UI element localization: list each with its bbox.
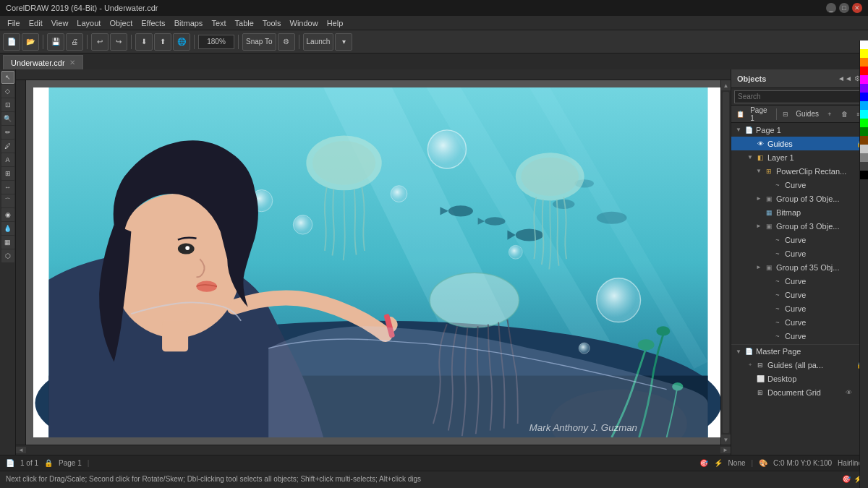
menu-effects[interactable]: Effects (137, 17, 169, 29)
tree-item-powerclip[interactable]: ▼ ⊞ PowerClip Rectan... (731, 164, 868, 178)
color-green[interactable] (860, 119, 868, 127)
tree-item-group35obj[interactable]: ► ▣ Group of 35 Obj... (731, 260, 868, 274)
dimension-tool[interactable]: ↔ (1, 181, 14, 194)
snap-settings-button[interactable]: ⚙ (278, 33, 295, 51)
zoom-tool[interactable]: 🔍 (1, 112, 14, 125)
tree-arrow-powerclip[interactable]: ▼ (754, 167, 763, 176)
tree-item-guides[interactable]: 👁 Guides 🔒 (731, 137, 868, 150)
shape-tool[interactable]: ◇ (1, 85, 14, 98)
connector-tool[interactable]: ⌒ (1, 194, 14, 207)
tree-item-desktop[interactable]: ⬜ Desktop (731, 372, 868, 385)
menu-layout[interactable]: Layout (72, 17, 105, 29)
color-gray[interactable] (860, 153, 868, 162)
menu-window[interactable]: Window (286, 17, 323, 29)
snap-to-button[interactable]: Snap To (242, 33, 276, 51)
pen-tool[interactable]: 🖊 (1, 140, 14, 153)
menu-tools[interactable]: Tools (258, 17, 286, 29)
color-magenta[interactable] (860, 75, 868, 84)
color-palette-strip[interactable] (859, 40, 868, 488)
tree-item-curve8[interactable]: ~ Curve (731, 329, 868, 343)
select-tool[interactable]: ↖ (1, 71, 14, 84)
tree-arrow-group35obj[interactable]: ► (754, 263, 763, 272)
tree-item-curve6[interactable]: ~ Curve (731, 301, 868, 315)
import-button[interactable]: ⬇ (135, 33, 153, 51)
tree-item-curve4[interactable]: ~ Curve (731, 274, 868, 288)
color-yellow[interactable] (860, 49, 868, 58)
crop-tool[interactable]: ⊡ (1, 98, 14, 111)
objects-search-input[interactable] (734, 90, 865, 103)
file-tab[interactable]: Underwater.cdr ✕ (3, 55, 83, 69)
vscroll-thumb[interactable] (723, 92, 729, 433)
menu-bitmaps[interactable]: Bitmaps (170, 17, 208, 29)
color-orange[interactable] (860, 58, 868, 67)
menu-text[interactable]: Text (207, 17, 230, 29)
export-button[interactable]: ⬆ (154, 33, 171, 51)
tree-item-page1[interactable]: ▼ 📄 Page 1 (731, 123, 868, 137)
tree-arrow-group3obj1[interactable]: ► (754, 194, 763, 203)
launch-button[interactable]: Launch (303, 33, 334, 51)
tree-arrow-group3obj2[interactable]: ► (754, 222, 763, 231)
tree-item-docgrid[interactable]: ⊞ Document Grid 👁 | (731, 385, 868, 399)
color-cyan[interactable] (860, 110, 868, 119)
delete-layer-button[interactable]: 🗑 (838, 108, 851, 121)
new-layer-button[interactable]: + (823, 108, 836, 121)
tree-item-curve5[interactable]: ~ Curve (731, 288, 868, 301)
launch-dropdown[interactable]: ▾ (335, 33, 352, 51)
tab-close-button[interactable]: ✕ (69, 59, 75, 67)
vertical-scrollbar[interactable]: ▲ ▼ (720, 80, 731, 445)
table-tool[interactable]: ⊞ (1, 167, 14, 180)
menu-file[interactable]: File (3, 17, 25, 29)
open-button[interactable]: 📂 (22, 33, 39, 51)
color-dark-gray[interactable] (860, 162, 868, 171)
color-blue[interactable] (860, 93, 868, 101)
fill-tool[interactable]: ◉ (1, 208, 14, 221)
artwork-canvas[interactable]: Mark Anthony J. Guzman (33, 87, 723, 437)
panel-left-arrow[interactable]: ◄◄ (840, 74, 850, 84)
vscroll-up-button[interactable]: ▲ (721, 80, 731, 90)
publish-button[interactable]: 🌐 (173, 33, 190, 51)
blend-tool[interactable]: ⬡ (1, 249, 14, 262)
freehand-tool[interactable]: ✏ (1, 126, 14, 139)
save-button[interactable]: 💾 (47, 33, 64, 51)
print-button[interactable]: 🖨 (66, 33, 83, 51)
tree-item-masterpage[interactable]: ▼ 📄 Master Page (731, 344, 868, 358)
maximize-button[interactable]: □ (839, 3, 849, 13)
vscroll-down-button[interactable]: ▼ (721, 435, 731, 445)
hscroll-right-button[interactable]: ► (720, 447, 731, 453)
tree-item-group3obj2[interactable]: ► ▣ Group of 3 Obje... (731, 219, 868, 233)
color-dark-green[interactable] (860, 127, 868, 136)
tree-item-curve2[interactable]: ~ Curve (731, 233, 868, 247)
canvas-viewport[interactable]: Mark Anthony J. Guzman ▲ ▼ (26, 80, 731, 445)
menu-edit[interactable]: Edit (25, 17, 47, 29)
color-brown[interactable] (860, 136, 868, 145)
menu-object[interactable]: Object (105, 17, 137, 29)
tree-item-curve1[interactable]: ~ Curve (731, 178, 868, 192)
tree-arrow-masterpage[interactable]: ▼ (734, 347, 743, 356)
menu-view[interactable]: View (47, 17, 73, 29)
tree-item-layer1[interactable]: ▼ ◧ Layer 1 (731, 150, 868, 164)
menu-help[interactable]: Help (323, 17, 348, 29)
menu-table[interactable]: Table (231, 17, 258, 29)
tree-item-bitmap[interactable]: ▦ Bitmap (731, 205, 868, 219)
color-black[interactable] (860, 171, 868, 179)
color-cyan-blue[interactable] (860, 101, 868, 110)
zoom-input[interactable] (198, 35, 234, 49)
window-controls[interactable]: _ □ ✕ (826, 3, 862, 13)
undo-button[interactable]: ↩ (91, 33, 109, 51)
tree-arrow-page1[interactable]: ▼ (734, 126, 743, 134)
tree-item-curve7[interactable]: ~ Curve (731, 315, 868, 329)
minimize-button[interactable]: _ (826, 3, 836, 13)
color-red[interactable] (860, 67, 868, 75)
interactive-fill[interactable]: ▦ (1, 236, 14, 249)
color-eyedropper[interactable]: 💧 (1, 222, 14, 235)
tree-item-group3obj1[interactable]: ► ▣ Group of 3 Obje... (731, 192, 868, 205)
redo-button[interactable]: ↪ (110, 33, 127, 51)
color-light-gray[interactable] (860, 145, 868, 153)
color-white[interactable] (860, 40, 868, 49)
tree-item-curve3[interactable]: ~ Curve (731, 247, 868, 260)
close-button[interactable]: ✕ (852, 3, 862, 13)
tree-item-guides-all[interactable]: + ⊟ Guides (all pa... 🔒 (731, 358, 868, 372)
tree-arrow-layer1[interactable]: ▼ (746, 153, 754, 162)
text-tool[interactable]: A (1, 153, 14, 166)
grid-visibility-icon[interactable]: 👁 (843, 388, 854, 398)
